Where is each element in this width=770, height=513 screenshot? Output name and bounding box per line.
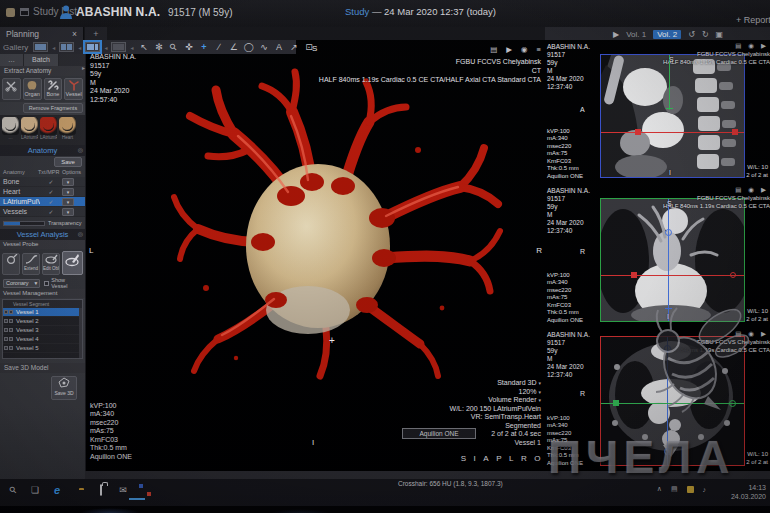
crosshair-horizontal[interactable] [601,132,744,133]
visibility-toggle-icon[interactable] [9,337,13,341]
crosshair-handle[interactable] [732,129,738,135]
layout-single-button[interactable] [33,42,48,52]
vessel-preset-dropdown[interactable]: Coronary ▾ [3,279,40,288]
volume-render-viewport[interactable]: ABASHIN N.A.9151759yM24 Mar 202012:57:40… [85,40,545,471]
crosshair-horizontal[interactable] [601,275,744,276]
gallery-thumbnail[interactable]: LAtriumPulV [40,117,57,141]
menu-icon[interactable]: ≡ [537,46,541,55]
export-icon[interactable]: ▤ [735,186,741,194]
visibility-toggle-icon[interactable] [9,346,13,350]
crosshair-handle[interactable] [635,129,641,135]
snapshot-icon[interactable]: ▣ [716,30,724,39]
undo-icon[interactable]: ↺ [688,30,695,39]
options-dropdown[interactable]: ▾ [62,188,74,196]
layout-expand-icon[interactable]: ◂ [104,44,107,51]
pointer-icon[interactable]: ↖ [136,41,151,54]
report-button[interactable]: + Report [736,15,770,25]
txtmpr-check-icon[interactable]: ✓ [40,207,62,216]
orientation-button-I[interactable]: I [474,454,477,463]
layout-main-side-button[interactable] [85,42,100,52]
ellipse-icon[interactable]: ◯ [241,41,256,54]
search-icon[interactable]: ⚲ [5,482,21,498]
vessel-segment-row[interactable]: Vessel 5 [3,344,82,353]
sidebar-tab-batch[interactable]: Batch [24,54,59,66]
orientation-button-L[interactable]: L [509,454,514,463]
crosshair-handle[interactable] [631,272,637,278]
show-vessel-checkbox[interactable]: Show Vessel [44,277,82,289]
angle-icon[interactable]: ∠ [226,41,241,54]
transparency-slider[interactable] [3,221,45,226]
crosshair-vertical[interactable] [669,55,670,110]
tray-display-icon[interactable]: ▤ [671,485,678,493]
crosshair-handle[interactable] [665,229,672,236]
render-setting[interactable]: Standard 3D▾ [450,379,541,388]
arrow-icon[interactable]: ↗ [286,41,301,54]
camera-icon[interactable]: ◉ [748,186,754,194]
play-icon[interactable]: ▶ [761,42,766,50]
save-button[interactable]: Save [54,157,82,167]
thumbs-scroll-arrow[interactable]: ▸ [82,64,85,71]
tray-app-icon[interactable] [687,486,694,493]
segment-tool-button[interactable] [2,78,21,100]
text-icon[interactable]: A [271,41,286,54]
anatomy-row[interactable]: Heart✓▾ [0,187,85,197]
camera-icon[interactable]: ◉ [748,42,754,50]
orientation-button-P[interactable]: P [496,454,502,463]
anatomy-row[interactable]: Vessels✓▾ [0,207,85,217]
edit-oblique-button[interactable]: Edit Oblique [42,253,60,275]
render-setting[interactable]: Volume Render▾ [450,396,541,405]
store-icon[interactable] [100,484,102,496]
vessel-button[interactable]: Vessel [64,78,83,100]
edit-vessel-track-button[interactable] [62,251,83,275]
txtmpr-check-icon[interactable]: ✓ [40,177,62,186]
gallery-thumbnail[interactable]: LAtriumPulV [21,117,38,141]
visibility-toggle-icon[interactable] [9,319,13,323]
crosshair-handle[interactable] [613,400,619,406]
select-toggle-icon[interactable] [4,337,8,341]
add-tab-button[interactable]: + [85,27,107,41]
layout-expand-icon[interactable]: ◂ [78,44,81,51]
select-toggle-icon[interactable] [4,319,8,323]
sidebar-tab-…[interactable]: … [0,54,24,66]
tab-planning[interactable]: Planning × [0,27,84,41]
info-icon[interactable]: ◎ [78,145,83,156]
orientation-button-O[interactable]: O [534,454,541,463]
orientation-button-R[interactable]: R [521,454,527,463]
select-toggle-icon[interactable] [4,310,8,314]
options-dropdown[interactable]: ▾ [62,208,74,216]
camera-icon[interactable]: ◉ [521,46,528,55]
pan-icon[interactable]: ✜ [181,41,196,54]
export-icon[interactable]: ▤ [490,46,497,55]
play-icon[interactable]: ▶ [613,30,619,39]
orientation-button-A[interactable]: A [483,454,489,463]
remove-fragments-button[interactable]: Remove Fragments [23,103,83,113]
crop-icon[interactable]: ⊡ [301,41,316,54]
export-icon[interactable]: ▤ [735,42,741,50]
probe-button[interactable] [2,253,20,275]
visibility-toggle-icon[interactable] [9,328,13,332]
tray-chevron-icon[interactable]: ∧ [657,485,662,493]
extend-button[interactable]: Extend [22,253,40,275]
crosshair-handle[interactable] [730,272,736,278]
txtmpr-check-icon[interactable]: ✓ [40,197,62,206]
slice-image[interactable]: S I [600,54,745,178]
edge-browser-icon[interactable]: e [51,484,63,496]
close-icon[interactable]: × [72,29,77,39]
gallery-thumbnail[interactable]: … [2,117,19,141]
tray-volume-icon[interactable]: ♪ [703,486,707,493]
gallery-thumbnail[interactable]: Heart [59,117,76,141]
mail-icon[interactable]: ✉ [117,485,129,495]
select-toggle-icon[interactable] [4,328,8,332]
visibility-toggle-icon[interactable] [9,310,13,314]
taskbar-clock[interactable]: 14:13 24.03.2020 [731,483,766,501]
save-3d-button[interactable]: Save 3D [51,376,77,400]
layout-two-button[interactable] [59,42,74,52]
freehand-icon[interactable]: ∿ [256,41,271,54]
play-icon[interactable]: ▶ [761,330,766,338]
organ-button[interactable]: Organ [23,78,42,100]
ruler-icon[interactable]: ∕ [211,41,226,54]
vol2-button[interactable]: Vol. 2 [653,30,681,39]
anatomy-row[interactable]: Bone✓▾ [0,177,85,187]
vol1-button[interactable]: Vol. 1 [626,30,646,39]
scrollbar[interactable] [79,308,82,358]
